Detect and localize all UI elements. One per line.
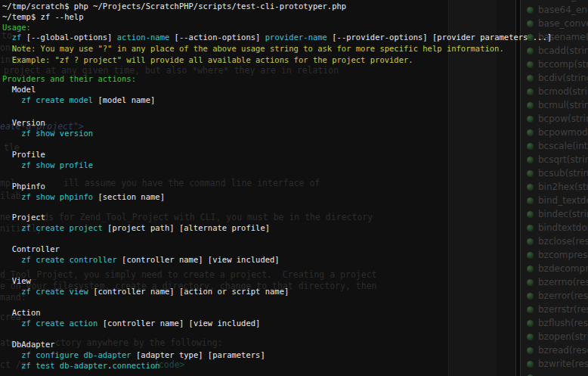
terminal-line-prompt-command-2: ~/temp$ zf --help bbox=[2, 12, 83, 22]
terminal-text-segment bbox=[2, 160, 21, 169]
terminal-text-segment bbox=[2, 361, 21, 370]
terminal-text-segment: Project bbox=[2, 213, 45, 222]
terminal-text-segment: zf test db-adapter bbox=[21, 361, 107, 370]
terminal-text-segment bbox=[2, 319, 21, 328]
terminal-output[interactable]: ~/tmp/scratch$ php ~/Projects/ScratchPHP… bbox=[0, 0, 588, 376]
terminal-text-segment: [--global-options] bbox=[21, 33, 116, 42]
terminal-text-segment bbox=[2, 129, 21, 138]
terminal-text-segment: View bbox=[2, 276, 31, 285]
terminal-text-segment: [controller name] [action or script name… bbox=[88, 287, 289, 296]
terminal-text-segment: provider-name bbox=[265, 33, 327, 42]
terminal-text-segment: Providers and their actions: bbox=[2, 74, 136, 83]
terminal-text-segment: Controller bbox=[2, 244, 60, 253]
terminal-text-segment: zf create project bbox=[21, 223, 102, 232]
terminal-text-segment: zf create controller bbox=[21, 255, 116, 264]
terminal-text-segment: [--provider-options] [provider parameter… bbox=[327, 33, 552, 42]
terminal-line-providers-header: Providers and their actions: bbox=[2, 74, 136, 84]
terminal-line-cmd-create-model: zf create model [model name] bbox=[2, 95, 155, 105]
terminal-text-segment: [section name] bbox=[93, 192, 165, 201]
terminal-text-segment: zf create view bbox=[21, 287, 88, 296]
terminal-text-segment: Version bbox=[2, 118, 45, 127]
terminal-line-cmd-test-dbadapter: zf test db-adapter.connection bbox=[2, 361, 160, 371]
terminal-line-cmd-show-profile: zf show profile bbox=[2, 160, 93, 170]
terminal-text-segment: action-name bbox=[117, 33, 170, 42]
terminal-text-segment: Usage: bbox=[2, 23, 31, 32]
terminal-line-cmd-create-project: zf create project [project path] [altern… bbox=[2, 223, 270, 233]
terminal-text-segment: [--action-options] bbox=[169, 33, 265, 42]
terminal-text-segment: Profile bbox=[2, 150, 45, 159]
terminal-line-provider-project: Project bbox=[2, 213, 45, 222]
terminal-line-provider-controller: Controller bbox=[2, 244, 60, 254]
terminal-text-segment bbox=[2, 255, 21, 264]
terminal-text-segment: zf bbox=[12, 33, 22, 42]
terminal-text-segment: [model name] bbox=[93, 95, 155, 104]
terminal-line-cmd-configure-dbadapter: zf configure db-adapter [adapter type] [… bbox=[2, 350, 265, 360]
terminal-text-segment bbox=[2, 223, 21, 232]
terminal-line-prompt-command-1: ~/tmp/scratch$ php ~/Projects/ScratchPHP… bbox=[2, 2, 346, 11]
terminal-text-segment: [controller name] [view included] bbox=[117, 255, 280, 264]
terminal-text-segment: Action bbox=[2, 308, 41, 317]
terminal-text-segment: Example: "zf ? project" will provide all… bbox=[2, 55, 413, 64]
terminal-line-usage-header: Usage: bbox=[2, 23, 31, 33]
terminal-text-segment bbox=[2, 33, 12, 42]
terminal-text-segment: [adapter type] [parameters] bbox=[132, 350, 265, 359]
terminal-line-usage-example: Example: "zf ? project" will provide all… bbox=[2, 55, 413, 65]
terminal-line-provider-dbadapter: DbAdapter bbox=[2, 340, 55, 350]
terminal-line-provider-action: Action bbox=[2, 308, 41, 318]
terminal-text-segment bbox=[2, 350, 21, 359]
terminal-text-segment bbox=[2, 287, 21, 296]
terminal-text-segment: connection bbox=[112, 361, 159, 370]
terminal-line-usage-syntax: zf [--global-options] action-name [--act… bbox=[2, 33, 552, 42]
terminal-text-segment: ~/temp$ zf --help bbox=[2, 12, 83, 21]
terminal-line-cmd-create-action: zf create action [controller name] [view… bbox=[2, 319, 260, 328]
terminal-text-segment: zf create action bbox=[21, 319, 97, 328]
terminal-text-segment: Note: You may use "?" in any place of th… bbox=[2, 44, 504, 53]
terminal-text-segment: zf create model bbox=[21, 95, 93, 104]
terminal-line-provider-view: View bbox=[2, 276, 31, 286]
terminal-line-provider-profile: Profile bbox=[2, 150, 45, 160]
terminal-line-usage-note: Note: You may use "?" in any place of th… bbox=[2, 44, 504, 54]
terminal-text-segment: zf show version bbox=[21, 129, 93, 138]
terminal-text-segment: zf show profile bbox=[21, 160, 93, 169]
terminal-line-cmd-show-version: zf show version bbox=[2, 129, 93, 138]
terminal-text-segment: Phpinfo bbox=[2, 182, 45, 191]
terminal-text-segment: Model bbox=[2, 85, 36, 94]
terminal-text-segment: ~/tmp/scratch$ php ~/Projects/ScratchPHP… bbox=[2, 2, 346, 11]
terminal-line-provider-model: Model bbox=[2, 85, 36, 95]
terminal-line-provider-version: Version bbox=[2, 118, 45, 128]
terminal-text-segment: zf configure db-adapter bbox=[21, 350, 131, 359]
terminal-text-segment bbox=[2, 95, 21, 104]
terminal-line-cmd-show-phpinfo: zf show phpinfo [section name] bbox=[2, 192, 165, 202]
terminal-text-segment: DbAdapter bbox=[2, 340, 55, 349]
terminal-line-provider-phpinfo: Phpinfo bbox=[2, 182, 45, 191]
terminal-line-cmd-create-controller: zf create controller [controller name] [… bbox=[2, 255, 280, 265]
terminal-text-segment: [controller name] [view included] bbox=[97, 319, 260, 328]
terminal-text-segment bbox=[2, 192, 21, 201]
terminal-line-cmd-create-view: zf create view [controller name] [action… bbox=[2, 287, 289, 297]
terminal-text-segment: zf show phpinfo bbox=[21, 192, 93, 201]
terminal-text-segment: [project path] [alternate profile] bbox=[103, 223, 270, 232]
